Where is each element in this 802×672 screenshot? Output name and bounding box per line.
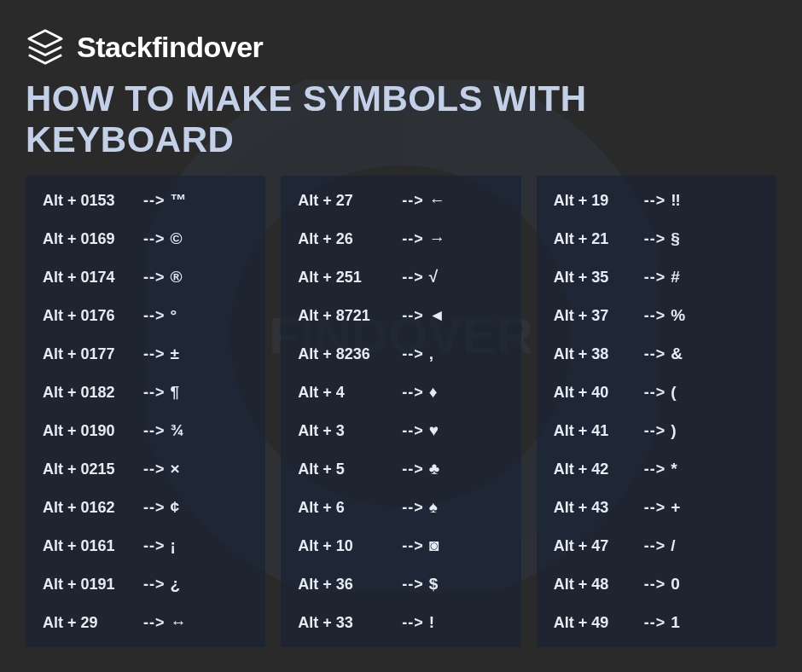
symbol-row: Alt + 0190-->¾ [43, 421, 252, 440]
symbol-row: Alt + 21-->§ [554, 229, 763, 248]
key-combo: Alt + 10 [298, 537, 397, 555]
key-combo: Alt + 26 [298, 230, 397, 248]
key-combo: Alt + 0162 [43, 499, 138, 517]
arrow-separator: --> [644, 422, 666, 440]
result-symbol: → [429, 229, 445, 248]
arrow-separator: --> [644, 499, 666, 517]
key-combo: Alt + 251 [298, 269, 397, 287]
symbol-columns: Alt + 0153-->™Alt + 0169-->©Alt + 0174--… [26, 176, 776, 647]
symbol-row: Alt + 4-->♦ [298, 383, 507, 402]
symbol-row: Alt + 48-->0 [554, 575, 763, 594]
page-title: HOW TO MAKE SYMBOLS WITH KEYBOARD [26, 78, 776, 160]
result-symbol: ) [671, 421, 676, 440]
key-combo: Alt + 0176 [43, 307, 138, 325]
key-combo: Alt + 36 [298, 576, 397, 594]
symbol-row: Alt + 0161-->¡ [43, 536, 252, 555]
result-symbol: ¾ [171, 421, 184, 440]
symbol-row: Alt + 26-->→ [298, 229, 507, 248]
symbol-row: Alt + 38-->& [554, 345, 763, 363]
key-combo: Alt + 3 [298, 422, 397, 440]
arrow-separator: --> [143, 576, 166, 594]
result-symbol: ◙ [429, 536, 439, 555]
symbol-row: Alt + 251-->√ [298, 268, 507, 287]
key-combo: Alt + 8721 [298, 307, 397, 325]
result-symbol: / [671, 536, 675, 555]
key-combo: Alt + 40 [554, 384, 639, 402]
result-symbol: ‼ [671, 191, 680, 210]
arrow-separator: --> [402, 192, 424, 210]
arrow-separator: --> [143, 230, 166, 248]
arrow-separator: --> [143, 499, 166, 517]
symbol-row: Alt + 37-->% [554, 306, 763, 325]
arrow-separator: --> [644, 230, 666, 248]
symbol-row: Alt + 0174-->® [43, 268, 252, 287]
key-combo: Alt + 0161 [43, 537, 138, 555]
result-symbol: § [671, 229, 680, 248]
key-combo: Alt + 37 [554, 307, 639, 325]
result-symbol: ♥ [429, 421, 439, 440]
key-combo: Alt + 43 [554, 499, 639, 517]
arrow-separator: --> [644, 614, 666, 632]
result-symbol: ¡ [171, 536, 176, 555]
result-symbol: © [171, 229, 183, 248]
arrow-separator: --> [402, 461, 424, 478]
result-symbol: # [671, 268, 680, 287]
symbol-row: Alt + 0162-->¢ [43, 498, 252, 517]
symbol-row: Alt + 41-->) [554, 421, 763, 440]
key-combo: Alt + 0153 [43, 192, 138, 210]
result-symbol: ± [171, 345, 179, 363]
key-combo: Alt + 8236 [298, 345, 397, 363]
result-symbol: $ [429, 575, 439, 594]
symbol-row: Alt + 27-->← [298, 191, 507, 210]
key-combo: Alt + 29 [43, 614, 138, 632]
stack-layers-icon [26, 27, 65, 67]
symbol-row: Alt + 42-->* [554, 460, 763, 478]
symbol-row: Alt + 19-->‼ [554, 191, 763, 210]
arrow-separator: --> [143, 537, 166, 555]
key-combo: Alt + 27 [298, 192, 397, 210]
arrow-separator: --> [402, 537, 424, 555]
symbol-row: Alt + 0153-->™ [43, 191, 252, 210]
key-combo: Alt + 21 [554, 230, 639, 248]
result-symbol: ← [429, 191, 445, 210]
symbol-row: Alt + 0215-->× [43, 460, 252, 478]
symbol-row: Alt + 43-->+ [554, 498, 763, 517]
result-symbol: ™ [171, 191, 187, 210]
key-combo: Alt + 4 [298, 384, 397, 402]
symbol-row: Alt + 0176-->° [43, 306, 252, 325]
arrow-separator: --> [402, 269, 424, 287]
result-symbol: ( [671, 383, 676, 402]
key-combo: Alt + 0191 [43, 576, 138, 594]
arrow-separator: --> [402, 422, 424, 440]
symbol-row: Alt + 36-->$ [298, 575, 507, 594]
arrow-separator: --> [644, 269, 666, 287]
symbol-row: Alt + 8236-->, [298, 345, 507, 363]
key-combo: Alt + 42 [554, 461, 639, 478]
key-combo: Alt + 0190 [43, 422, 138, 440]
result-symbol: * [671, 460, 677, 478]
symbol-column-1: Alt + 0153-->™Alt + 0169-->©Alt + 0174--… [26, 176, 265, 647]
symbol-column-3: Alt + 19-->‼Alt + 21-->§Alt + 35-->#Alt … [537, 176, 776, 647]
symbol-row: Alt + 0169-->© [43, 229, 252, 248]
symbol-row: Alt + 33-->! [298, 613, 507, 632]
result-symbol: × [171, 460, 180, 478]
key-combo: Alt + 47 [554, 537, 639, 555]
key-combo: Alt + 33 [298, 614, 397, 632]
symbol-row: Alt + 3-->♥ [298, 421, 507, 440]
arrow-separator: --> [402, 345, 424, 363]
arrow-separator: --> [143, 614, 166, 632]
key-combo: Alt + 48 [554, 576, 639, 594]
symbol-row: Alt + 6-->♠ [298, 498, 507, 517]
result-symbol: √ [429, 268, 438, 287]
result-symbol: ¿ [171, 575, 181, 594]
symbol-row: Alt + 35--># [554, 268, 763, 287]
result-symbol: % [671, 306, 685, 325]
result-symbol: ¢ [171, 498, 180, 517]
arrow-separator: --> [644, 192, 666, 210]
arrow-separator: --> [143, 461, 166, 478]
arrow-separator: --> [143, 384, 166, 402]
result-symbol: ♦ [429, 383, 438, 402]
result-symbol: ° [171, 306, 177, 325]
result-symbol: ◄ [429, 306, 445, 325]
result-symbol: ¶ [171, 383, 180, 402]
